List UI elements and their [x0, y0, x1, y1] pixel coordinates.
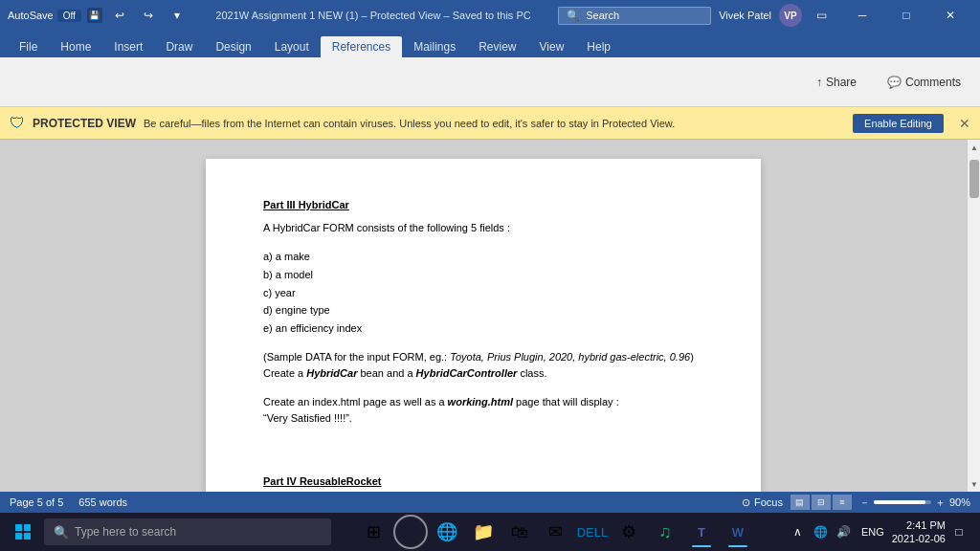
protected-view-bar: 🛡 PROTECTED VIEW Be careful—files from t… [0, 107, 980, 140]
autosave-toggle[interactable]: Off [57, 10, 81, 22]
section3-sample: (Sample DATA for the input FORM, eg.: To… [263, 349, 703, 366]
taskbar-search-icon: 🔍 [54, 525, 69, 540]
focus-button[interactable]: ⊙ Focus [742, 496, 783, 509]
word-icon[interactable]: W [721, 515, 755, 549]
tab-help[interactable]: Help [575, 36, 622, 57]
main-area: Part III HybridCar A HybridCar FORM cons… [0, 140, 980, 492]
status-bar-right: ⊙ Focus ▤ ⊟ ≡ － ＋ 90% [742, 495, 970, 510]
maximize-button[interactable]: □ [884, 0, 928, 31]
chevron-up-icon[interactable]: ∧ [789, 522, 808, 541]
section3-index: Create an index.html page as well as a w… [263, 394, 703, 411]
comments-button[interactable]: 💬 Comments [880, 72, 969, 93]
title-search[interactable]: 🔍 Search [558, 7, 711, 25]
tab-draw[interactable]: Draw [154, 36, 204, 57]
autosave-section: AutoSave Off [8, 10, 81, 22]
scroll-up[interactable]: ▲ [968, 140, 980, 155]
protected-view-label: PROTECTED VIEW [33, 117, 136, 130]
comments-label: Comments [905, 76, 961, 89]
tab-home[interactable]: Home [49, 36, 102, 57]
tab-review[interactable]: Review [467, 36, 527, 57]
section3-fields: a) a make b) a model c) year d) engine t… [263, 248, 703, 337]
tab-insert[interactable]: Insert [102, 36, 154, 57]
tab-view[interactable]: View [528, 36, 576, 57]
taskbar-icons: ⊞ 🌐 📁 🛍 ✉ DELL ⚙ ♫ T W [333, 515, 779, 549]
network-icon[interactable]: 🌐 [812, 522, 831, 541]
sample-data: Toyota, Prius Plugin, 2020, hybrid gas-e… [450, 351, 690, 363]
title-bar-left: AutoSave Off 💾 ↩ ↪ ▾ [8, 4, 189, 27]
web-layout-button[interactable]: ⊟ [812, 495, 831, 510]
section-hybridcar: Part III HybridCar A HybridCar FORM cons… [263, 197, 703, 428]
share-button[interactable]: ↑ Share [809, 72, 864, 93]
task-view-button[interactable]: ⊞ [357, 515, 391, 549]
save-icon[interactable]: 💾 [87, 8, 102, 23]
protected-bar-close[interactable]: ✕ [959, 116, 970, 131]
document-area: Part III HybridCar A HybridCar FORM cons… [0, 140, 967, 492]
print-layout-button[interactable]: ▤ [791, 495, 810, 510]
status-bar-left: Page 5 of 5 655 words [10, 496, 127, 508]
tab-file[interactable]: File [8, 36, 49, 57]
system-tray: ∧ 🌐 🔊 ENG 2:41 PM 2021-02-06 □ [781, 518, 976, 546]
minimize-button[interactable]: ─ [840, 0, 884, 31]
list-item: d) engine type [263, 301, 703, 320]
section-reusablerocket: Part IV ReusableRocket A ReusableRocket … [263, 474, 703, 492]
undo-icon[interactable]: ↩ [108, 4, 131, 27]
ribbon-display-icon[interactable]: ▭ [810, 4, 833, 27]
list-item: b) a model [263, 266, 703, 284]
store-icon[interactable]: 🛍 [502, 515, 537, 549]
taskbar-search[interactable]: 🔍 Type here to search [44, 518, 331, 545]
svg-rect-2 [15, 533, 22, 540]
shield-icon: 🛡 [10, 115, 25, 132]
system-clock[interactable]: 2:41 PM 2021-02-06 [892, 518, 946, 546]
read-mode-button[interactable]: ≡ [833, 495, 852, 510]
volume-icon[interactable]: 🔊 [835, 522, 854, 541]
edge-icon[interactable]: 🌐 [430, 515, 464, 549]
scroll-thumb[interactable] [969, 160, 979, 198]
list-item: e) an efficiency index [263, 320, 703, 338]
tab-references[interactable]: References [321, 36, 402, 57]
scroll-down[interactable]: ▼ [968, 476, 980, 492]
customize-icon[interactable]: ▾ [166, 4, 189, 27]
zoom-fill [874, 500, 925, 504]
sample-end: ) [690, 351, 694, 363]
ribbon-tabs: File Home Insert Draw Design Layout Refe… [0, 31, 980, 57]
autosave-label: AutoSave [8, 10, 54, 21]
redo-icon[interactable]: ↪ [137, 4, 160, 27]
tab-layout[interactable]: Layout [263, 36, 321, 57]
chrome-icon[interactable]: ⚙ [612, 515, 646, 549]
scroll-track[interactable] [968, 155, 980, 476]
enable-editing-button[interactable]: Enable Editing [853, 114, 944, 133]
status-bar: Page 5 of 5 655 words ⊙ Focus ▤ ⊟ ≡ － ＋ … [0, 492, 980, 513]
mail-icon[interactable]: ✉ [539, 515, 573, 549]
svg-rect-1 [24, 524, 31, 531]
start-button[interactable] [4, 513, 42, 551]
windows-icon [15, 524, 31, 540]
ribbon-content: ↑ Share 💬 Comments [0, 57, 980, 107]
word-count: 655 words [78, 496, 127, 508]
notifications-icon[interactable]: □ [949, 522, 969, 541]
spotify-icon[interactable]: ♫ [648, 515, 682, 549]
tab-design[interactable]: Design [204, 36, 262, 57]
tab-mailings[interactable]: Mailings [402, 36, 467, 57]
scrollbar[interactable]: ▲ ▼ [967, 140, 980, 492]
zoom-bar[interactable] [874, 500, 931, 504]
svg-rect-3 [24, 533, 31, 540]
language-button[interactable]: ENG [858, 524, 888, 540]
document: Part III HybridCar A HybridCar FORM cons… [206, 159, 761, 492]
user-name: Vivek Patel [719, 10, 771, 21]
close-button[interactable]: ✕ [928, 0, 972, 31]
teams-icon[interactable]: T [684, 515, 719, 549]
time-display: 2:41 PM [892, 518, 946, 532]
list-item: a) a make [263, 248, 703, 266]
dell-icon[interactable]: DELL [575, 515, 610, 549]
search-icon: 🔍 [567, 10, 580, 22]
cortana-button[interactable] [393, 515, 428, 549]
working-html-label: working.html [448, 396, 513, 408]
zoom-out-icon[interactable]: － [859, 496, 870, 510]
hybridcar-class: HybridCar [306, 367, 357, 379]
list-item: c) year [263, 284, 703, 302]
explorer-icon[interactable]: 📁 [466, 515, 501, 549]
focus-label: Focus [754, 496, 783, 508]
zoom-in-icon[interactable]: ＋ [935, 496, 946, 510]
comments-icon: 💬 [887, 76, 902, 89]
avatar[interactable]: VP [779, 4, 802, 27]
